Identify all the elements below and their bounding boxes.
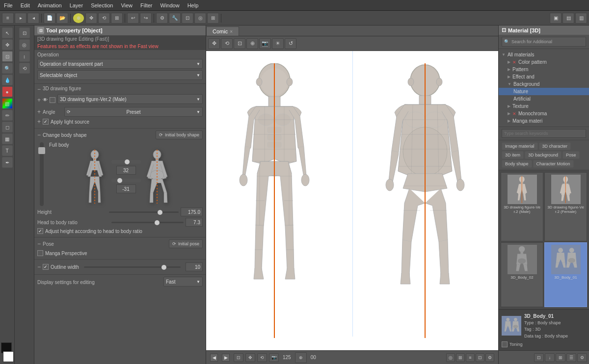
tool-color[interactable]: ● — [2, 86, 13, 97]
manga-persp-checkbox[interactable] — [37, 250, 43, 256]
head-ratio-slider-thumb[interactable] — [155, 220, 160, 225]
menu-edit[interactable]: Edit — [17, 1, 34, 9]
menu-animation[interactable]: Animation — [34, 1, 66, 9]
val2-input[interactable]: -31 — [116, 184, 136, 193]
canvas-content[interactable] — [206, 51, 498, 350]
tree-mono[interactable]: ▶ ✕ Monochroma — [499, 110, 589, 117]
toolbar-btn-3[interactable]: ◂ — [27, 13, 39, 24]
canvas-btn-light[interactable]: ☀ — [272, 38, 284, 49]
status-btn-3[interactable]: ⟲ — [257, 353, 267, 362]
tool-text[interactable]: T — [2, 145, 13, 156]
status-btn-2[interactable]: ✥ — [245, 353, 255, 362]
h-slider-1-thumb[interactable] — [125, 159, 130, 164]
toning-checkbox[interactable] — [502, 341, 508, 347]
bg-color[interactable] — [3, 351, 14, 362]
sub-tool-2[interactable]: ◎ — [19, 39, 30, 50]
menu-selection[interactable]: Selection — [87, 1, 117, 9]
outline-expand[interactable]: − — [37, 263, 41, 270]
material-search-box[interactable]: 🔍 Search for Additional — [502, 37, 586, 47]
rs-btn-5[interactable]: ⚙ — [577, 353, 587, 362]
light-expand[interactable]: + — [37, 118, 41, 125]
rs-btn-3[interactable]: ⊞ — [556, 353, 565, 362]
menu-view[interactable]: View — [117, 1, 136, 9]
height-slider-thumb[interactable] — [158, 210, 162, 215]
adjust-height-checkbox[interactable] — [37, 228, 43, 234]
canvas-btn-camera[interactable]: 📷 — [259, 38, 271, 49]
toolbar-btn-11[interactable]: ⊞ — [207, 13, 219, 24]
filter-char-motion[interactable]: Character Motion — [533, 160, 574, 168]
canvas-tab-close[interactable]: × — [230, 29, 233, 34]
toolbar-btn-10[interactable]: ◎ — [194, 13, 206, 24]
tree-all-materials[interactable]: ▼ All materials — [499, 51, 589, 58]
body-shape-collapse[interactable]: − — [37, 131, 41, 138]
status-btn-1[interactable]: ⊡ — [234, 353, 243, 362]
angle-expand[interactable]: + — [37, 108, 41, 115]
toolbar-new[interactable]: 📄 — [44, 13, 55, 24]
canvas-btn-scale[interactable]: ⊡ — [234, 38, 245, 49]
menu-filter[interactable]: Filter — [136, 1, 156, 9]
toolbar-circle[interactable]: ⊕ — [73, 13, 84, 24]
toolbar-redo[interactable]: ↪ — [140, 13, 152, 24]
material-item-female[interactable]: 3D drawing figure-Ver.2 (Female) — [544, 172, 587, 241]
operation-dropdown[interactable]: Operation of transparent part ▼ — [37, 59, 203, 69]
toolbar-right-2[interactable]: ▤ — [562, 13, 574, 24]
filter-image[interactable]: Image material — [502, 142, 538, 150]
rs-btn-4[interactable]: ☰ — [566, 353, 576, 362]
canvas-nav-prev[interactable]: ◀ — [210, 354, 218, 362]
toolbar-btn-9[interactable]: ⊡ — [182, 13, 193, 24]
toolbar-undo[interactable]: ↩ — [127, 13, 139, 24]
toolbar-btn-2[interactable]: ▸ — [15, 13, 27, 24]
head-ratio-value[interactable]: 7.3 — [186, 218, 203, 227]
menu-help[interactable]: Help — [184, 1, 203, 9]
toolbar-right-1[interactable]: ▣ — [550, 13, 562, 24]
tree-texture[interactable]: ▶ Texture — [499, 103, 589, 110]
filter-3d-bg[interactable]: 3D background — [525, 151, 562, 159]
menu-layer[interactable]: Layer — [66, 1, 87, 9]
figure-select-dropdown[interactable]: 3D drawing figure-Ver.2 (Male) ▼ — [57, 94, 203, 104]
tool-select[interactable]: ↖ — [2, 27, 13, 38]
toolbar-btn-5[interactable]: ⟲ — [98, 13, 110, 24]
figure-eye[interactable]: 👁 — [43, 97, 48, 103]
menu-window[interactable]: Window — [157, 1, 184, 9]
tool-pen[interactable]: ✒ — [2, 157, 13, 168]
status-btn-9[interactable]: ⚙ — [485, 353, 494, 362]
toolbar-btn-8[interactable]: 🔧 — [169, 13, 181, 24]
display-dropdown[interactable]: Fast ▼ — [163, 277, 203, 286]
toolbar-btn-7[interactable]: ⚙ — [156, 13, 168, 24]
tool-zoom[interactable]: 🔍 — [2, 63, 13, 74]
sub-tool-1[interactable]: ⊡ — [19, 27, 30, 38]
canvas-btn-rotate[interactable]: ⟲ — [221, 38, 233, 49]
tree-effect[interactable]: ▶ Effect and — [499, 73, 589, 80]
status-btn-5[interactable]: ◎ — [446, 353, 455, 362]
canvas-nav-next[interactable]: ▶ — [222, 354, 230, 362]
body-v-slider-thumb[interactable] — [38, 147, 45, 154]
material-item-body01[interactable]: 3D_Body_01 — [544, 242, 587, 307]
status-btn-4[interactable]: 📷 — [269, 353, 279, 362]
tree-artificial[interactable]: Artificial — [499, 95, 589, 103]
filter-3d-item[interactable]: 3D item — [502, 151, 524, 159]
selectable-dropdown[interactable]: Selectable object ▼ — [37, 70, 203, 80]
toolbar-btn-4[interactable]: ✥ — [85, 13, 97, 24]
canvas-tab-comic[interactable]: Comic × — [206, 26, 239, 36]
tree-nature[interactable]: Nature — [499, 88, 589, 95]
tree-color-pattern[interactable]: ▶ ✕ Color pattern — [499, 58, 589, 66]
outline-checkbox[interactable] — [43, 264, 49, 270]
canvas-btn-reset[interactable]: ↺ — [285, 38, 296, 49]
toolbar-open[interactable]: 📂 — [56, 13, 68, 24]
figure-add[interactable]: + — [37, 97, 41, 104]
height-value[interactable]: 175.0 — [181, 208, 203, 216]
preset-dropdown[interactable]: ⟳ Preset ▼ — [64, 107, 203, 117]
tool-move[interactable]: ✥ — [2, 39, 13, 50]
toolbar-btn-6[interactable]: ⊞ — [111, 13, 123, 24]
toolbar-right-3[interactable]: ▥ — [575, 13, 587, 24]
tree-pattern[interactable]: ▶ Pattern — [499, 66, 589, 73]
initial-body-btn[interactable]: ⟳ Initial body shape — [156, 130, 203, 139]
material-item-body02[interactable]: 3D_Body_02 — [501, 242, 543, 307]
figure-visible-checkbox[interactable] — [50, 97, 55, 103]
filter-3d-character[interactable]: 3D character — [539, 142, 571, 150]
initial-pose-btn[interactable]: ⟳ Initial pose — [169, 239, 203, 248]
filter-body-shape[interactable]: Body shape — [502, 160, 532, 168]
canvas-btn-joint[interactable]: ⊕ — [246, 38, 258, 49]
zoom-btn[interactable]: ⊕ — [295, 352, 307, 363]
tree-background[interactable]: ▼ Background — [499, 80, 589, 88]
